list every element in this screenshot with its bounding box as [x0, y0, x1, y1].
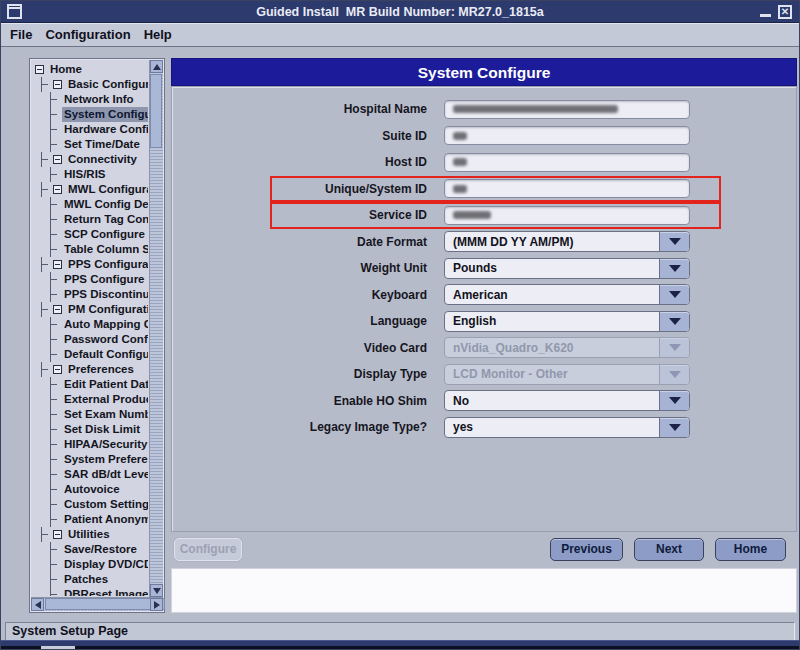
- tree-item-scp-configure[interactable]: SCP Configure: [33, 227, 148, 242]
- tree-horizontal-scrollbar[interactable]: [31, 597, 163, 611]
- next-button[interactable]: Next: [634, 538, 704, 561]
- tree-item-patient-anonymiza[interactable]: Patient Anonymiza: [33, 512, 148, 527]
- tree-item-connectivity[interactable]: Connectivity: [33, 152, 148, 167]
- tree-item-table-column-sele[interactable]: Table Column Sele: [33, 242, 148, 257]
- scroll-up-icon[interactable]: [150, 60, 163, 73]
- tree-item-mwl-config-detail[interactable]: MWL Config Detail: [33, 197, 148, 212]
- service-id-field[interactable]: [444, 206, 690, 225]
- tree-item-return-tag-configu[interactable]: Return Tag Configu: [33, 212, 148, 227]
- close-button[interactable]: ✕: [778, 5, 792, 19]
- field-label-keyboard: Keyboard: [172, 288, 444, 302]
- tree-item-basic-configuration[interactable]: Basic Configuration: [33, 77, 148, 92]
- language-dropdown[interactable]: English: [444, 311, 690, 332]
- scroll-down-icon[interactable]: [150, 584, 163, 597]
- horizontal-scroll-thumb[interactable]: [45, 598, 165, 610]
- chevron-down-icon[interactable]: [659, 312, 689, 331]
- tree-connector: [50, 242, 59, 257]
- tree-item-save-restore[interactable]: Save/Restore: [33, 542, 148, 557]
- tree-item-label: Hardware Configur: [62, 122, 148, 137]
- tree-item-custom-settings[interactable]: Custom Settings: [33, 497, 148, 512]
- scroll-right-icon[interactable]: [150, 598, 163, 611]
- display-type-dropdown: LCD Monitor - Other: [444, 364, 690, 385]
- page-title: System Configure: [171, 58, 797, 86]
- tree-connector: [41, 77, 50, 92]
- tree-item-set-disk-limit[interactable]: Set Disk Limit: [33, 422, 148, 437]
- tree-item-default-configurat[interactable]: Default Configurat: [33, 347, 148, 362]
- menu-help[interactable]: Help: [144, 27, 172, 42]
- dropdown-selected-value: yes: [453, 420, 473, 434]
- tree-item-system-configure[interactable]: System Configure: [33, 107, 148, 122]
- tree-item-label: Display DVD/CD-R: [62, 557, 148, 572]
- tree-connector: [50, 197, 59, 212]
- form-row-date-format: Date Format(MMM DD YY AM/PM): [172, 229, 796, 256]
- tree-item-sar-db-dt-level[interactable]: SAR dB/dt Level: [33, 467, 148, 482]
- field-label-service-id: Service ID: [172, 208, 444, 222]
- tree-item-external-product-co[interactable]: External Product Co: [33, 392, 148, 407]
- scroll-left-icon[interactable]: [31, 598, 44, 611]
- tree-item-label: Connectivity: [66, 152, 139, 167]
- host-id-field[interactable]: [444, 153, 690, 172]
- tree-item-edit-patient-data[interactable]: Edit Patient Data: [33, 377, 148, 392]
- chevron-down-icon[interactable]: [659, 232, 689, 251]
- collapse-minus-icon[interactable]: [53, 260, 62, 269]
- tree-item-network-info[interactable]: Network Info: [33, 92, 148, 107]
- keyboard-dropdown[interactable]: American: [444, 284, 690, 305]
- legacy-image-type-dropdown[interactable]: yes: [444, 417, 690, 438]
- chevron-down-icon[interactable]: [659, 418, 689, 437]
- dropdown-selected-value: Pounds: [453, 261, 497, 275]
- previous-button[interactable]: Previous: [550, 538, 623, 561]
- chevron-down-icon[interactable]: [659, 259, 689, 278]
- collapse-minus-icon[interactable]: [53, 530, 62, 539]
- collapse-minus-icon[interactable]: [53, 155, 62, 164]
- tree-item-pps-configure[interactable]: PPS Configure: [33, 272, 148, 287]
- menu-file[interactable]: File: [10, 27, 32, 42]
- tree-item-preferences[interactable]: Preferences: [33, 362, 148, 377]
- tree-item-password-configur[interactable]: Password Configur: [33, 332, 148, 347]
- tree-item-hardware-configur[interactable]: Hardware Configur: [33, 122, 148, 137]
- minimize-button[interactable]: [760, 14, 771, 17]
- weight-unit-dropdown[interactable]: Pounds: [444, 258, 690, 279]
- tree-item-his-ris[interactable]: HIS/RIS: [33, 167, 148, 182]
- collapse-minus-icon[interactable]: [53, 305, 62, 314]
- collapse-minus-icon[interactable]: [53, 185, 62, 194]
- configure-button[interactable]: Configure: [174, 538, 242, 561]
- tree-connector: [50, 512, 59, 527]
- tree-connector: [50, 287, 59, 302]
- tree-item-home[interactable]: Home: [33, 62, 148, 77]
- chevron-down-icon[interactable]: [659, 391, 689, 410]
- vertical-scroll-thumb[interactable]: [150, 74, 162, 148]
- home-button[interactable]: Home: [715, 538, 786, 561]
- form-row-hospital-name: Hospital Name: [172, 96, 796, 123]
- tree-vertical-scrollbar[interactable]: [149, 60, 163, 597]
- tree-item-set-time-date[interactable]: Set Time/Date: [33, 137, 148, 152]
- suite-id-field[interactable]: [444, 126, 690, 145]
- chevron-down-icon: [659, 365, 689, 384]
- tree-item-system-preferences[interactable]: System Preferences: [33, 452, 148, 467]
- tree-item-pm-configuration[interactable]: PM Configuration: [33, 302, 148, 317]
- collapse-minus-icon[interactable]: [53, 80, 62, 89]
- enable-ho-shim-dropdown[interactable]: No: [444, 390, 690, 411]
- tree-item-auto-mapping-con[interactable]: Auto Mapping Con: [33, 317, 148, 332]
- dropdown-selected-value: (MMM DD YY AM/PM): [453, 235, 573, 249]
- collapse-minus-icon[interactable]: [53, 365, 62, 374]
- tree-item-patches[interactable]: Patches: [33, 572, 148, 587]
- menu-configuration[interactable]: Configuration: [45, 27, 130, 42]
- date-format-dropdown[interactable]: (MMM DD YY AM/PM): [444, 231, 690, 252]
- tree-item-pps-configuration[interactable]: PPS Configuration: [33, 257, 148, 272]
- tree-item-label: Set Time/Date: [62, 137, 142, 152]
- tree-item-set-exam-number[interactable]: Set Exam Number: [33, 407, 148, 422]
- collapse-minus-icon[interactable]: [35, 65, 44, 74]
- tree-item-dbreset-image-ex[interactable]: DBReset Image/Ex: [33, 587, 148, 596]
- chevron-down-icon[interactable]: [659, 285, 689, 304]
- tree-connector: [50, 212, 59, 227]
- hospital-name-field[interactable]: [444, 100, 690, 119]
- tree-item-hipaa-security[interactable]: HIPAA/Security: [33, 437, 148, 452]
- tree-item-pps-discontinue-re[interactable]: PPS Discontinue Re: [33, 287, 148, 302]
- tree-item-display-dvd-cd-r[interactable]: Display DVD/CD-R: [33, 557, 148, 572]
- tree-item-utilities[interactable]: Utilities: [33, 527, 148, 542]
- tree-item-mwl-configuration[interactable]: MWL Configuration: [33, 182, 148, 197]
- unique-system-id-field[interactable]: [444, 179, 690, 198]
- tree-item-autovoice[interactable]: Autovoice: [33, 482, 148, 497]
- field-label-display-type: Display Type: [172, 367, 444, 381]
- tree-item-label: Auto Mapping Con: [62, 317, 148, 332]
